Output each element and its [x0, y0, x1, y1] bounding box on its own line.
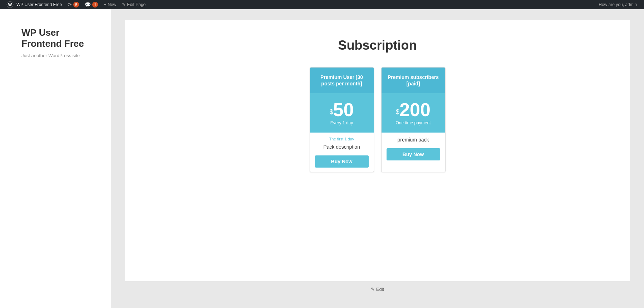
admin-bar-site-name[interactable]: W WP User Frontend Free [4, 0, 65, 9]
edit-link-label: Edit [376, 287, 384, 292]
edit-link[interactable]: ✎ Edit [371, 287, 384, 292]
admin-bar-greeting: How are you, admin [599, 2, 640, 7]
card-2-buy-button[interactable]: Buy Now [387, 148, 440, 160]
svg-text:W: W [8, 3, 12, 7]
admin-bar-edit-page[interactable]: ✎ Edit Page [119, 0, 148, 9]
card-2-period: One time payment [386, 120, 441, 129]
page-heading: Subscription [147, 38, 608, 53]
site-name-label: WP User Frontend Free [16, 2, 62, 7]
admin-bar-comments[interactable]: 💬 1 [82, 0, 101, 9]
comments-badge: 1 [92, 2, 98, 8]
edit-page-label: Edit Page [127, 2, 146, 7]
updates-icon: ⟳ [68, 2, 72, 8]
site-tagline: Just another WordPress site [21, 53, 100, 58]
page-wrapper: WP User Frontend Free Just another WordP… [0, 9, 644, 308]
main-content: Subscription Premium User [30 posts per … [111, 9, 644, 308]
card-1-trial: The first 1 day [315, 137, 369, 141]
edit-pencil-icon: ✎ [371, 287, 375, 292]
card-1-buy-button[interactable]: Buy Now [315, 155, 369, 168]
content-footer: ✎ Edit [125, 281, 630, 297]
card-2-description: premium pack [387, 137, 440, 143]
card-2-amount: 200 [399, 99, 431, 120]
card-2-body: premium pack Buy Now [382, 133, 445, 165]
card-2-price: $200 One time payment [382, 93, 445, 133]
content-box: Subscription Premium User [30 posts per … [125, 20, 630, 281]
sidebar: WP User Frontend Free Just another WordP… [0, 9, 111, 308]
pencil-icon: ✎ [122, 2, 126, 7]
admin-bar-updates[interactable]: ⟳ 5 [65, 0, 82, 9]
comments-icon: 💬 [85, 2, 91, 8]
card-1-period: Every 1 day [314, 120, 369, 129]
new-icon: + [104, 2, 106, 7]
card-1-price: $50 Every 1 day [310, 93, 374, 133]
admin-bar: W WP User Frontend Free ⟳ 5 💬 1 + New ✎ … [0, 0, 644, 9]
card-1-currency: $ [330, 108, 333, 115]
card-1-header: Premium User [30 posts per month] [310, 68, 374, 93]
updates-badge: 5 [73, 2, 79, 8]
card-1-description: Pack description [315, 144, 369, 150]
subscription-card-2: Premium subscribers [paid] $200 One time… [381, 67, 446, 172]
card-2-header: Premium subscribers [paid] [382, 68, 445, 93]
card-1-amount: 50 [333, 99, 354, 120]
subscription-cards-row: Premium User [30 posts per month] $50 Ev… [147, 67, 608, 172]
site-title: WP User Frontend Free [21, 27, 100, 49]
subscription-card-1: Premium User [30 posts per month] $50 Ev… [310, 67, 374, 172]
card-2-currency: $ [396, 108, 399, 115]
new-label: New [108, 2, 116, 7]
admin-bar-new[interactable]: + New [101, 0, 119, 9]
card-1-body: The first 1 day Pack description Buy Now [310, 133, 374, 172]
